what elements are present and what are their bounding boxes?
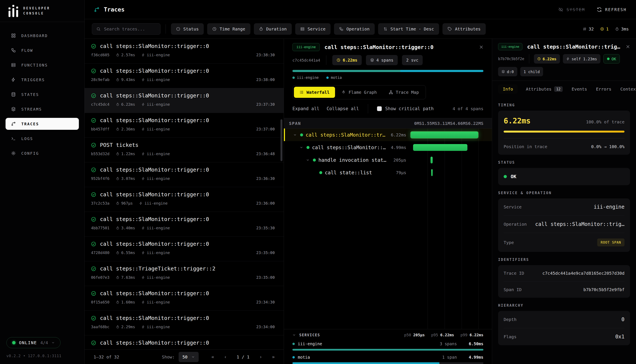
trace-id: f36cd605 bbox=[91, 53, 110, 57]
tab-events[interactable]: Events bbox=[571, 84, 588, 94]
trace-row[interactable]: call steps::TriageTicket::trigger::206fe… bbox=[84, 261, 284, 286]
content: call steps::SlaMonitor::trigger::0f36cd6… bbox=[84, 39, 636, 364]
zap-icon bbox=[142, 325, 145, 328]
tab-trace-map[interactable]: Trace Map bbox=[383, 87, 424, 98]
trace-row[interactable]: call steps::SlaMonitor::trigger::01f18ef… bbox=[84, 336, 284, 350]
sidebar-item-traces[interactable]: TRACES bbox=[6, 118, 79, 130]
filter-duration[interactable]: Duration bbox=[254, 23, 292, 35]
sidebar-item-states[interactable]: STATES bbox=[6, 88, 79, 100]
trace-row[interactable]: call steps::SlaMonitor::trigger::03aaf68… bbox=[84, 311, 284, 336]
tab-waterfall[interactable]: Waterfall bbox=[294, 87, 335, 98]
span-row[interactable]: call state::list79µs bbox=[284, 166, 492, 179]
connection-status-pill[interactable]: ONLINE 4/4 bbox=[6, 337, 60, 348]
percentile-label: p50 bbox=[404, 333, 411, 337]
sort-icon bbox=[383, 27, 388, 31]
status-badge: OK bbox=[604, 54, 620, 64]
span-row[interactable]: handle_invocation stat…205µs bbox=[284, 154, 492, 166]
list-icon bbox=[300, 90, 304, 94]
trace-row[interactable]: call steps::SlaMonitor::trigger::04bb775… bbox=[84, 212, 284, 236]
tab-errors[interactable]: Errors bbox=[595, 84, 612, 94]
sidebar-item-streams[interactable]: STREAMS bbox=[6, 103, 79, 115]
clock-icon bbox=[212, 27, 216, 31]
tab-attributes[interactable]: Attributes12 bbox=[525, 84, 564, 94]
sidebar-item-logs[interactable]: LOGS bbox=[6, 132, 79, 144]
trace-row[interactable]: call steps::SlaMonitor::trigger::037c2c5… bbox=[84, 187, 284, 212]
trace-row[interactable]: POST ticketsb553d32d1.22msiii-engine23:3… bbox=[84, 138, 284, 162]
search-input[interactable] bbox=[104, 26, 156, 32]
tab-context[interactable]: Context bbox=[620, 84, 636, 94]
trace-duration: 9.43ms bbox=[116, 77, 135, 82]
timer-icon bbox=[116, 53, 119, 57]
trace-row[interactable]: call steps::SlaMonitor::trigger::0952bf4… bbox=[84, 162, 284, 187]
percentile-value: 6.22ms bbox=[440, 333, 454, 337]
filter-start-time-desc[interactable]: Start Time · Desc bbox=[378, 23, 439, 35]
trace-service: iii-engine bbox=[142, 275, 170, 280]
filter-status[interactable]: Status bbox=[171, 23, 204, 35]
filter-attributes[interactable]: Attributes bbox=[442, 23, 486, 35]
trace-duration: 3.07ms bbox=[116, 176, 135, 181]
sidebar-item-dashboard[interactable]: DASHBOARD bbox=[6, 30, 79, 42]
tab-info[interactable]: Info bbox=[498, 84, 518, 94]
trace-time: 23:37:30 bbox=[256, 102, 275, 106]
page-title: Traces bbox=[104, 6, 125, 13]
trace-name: call steps::SlaMonitor::trigger::0 bbox=[100, 43, 209, 49]
trace-row[interactable]: call steps::SlaMonitor::trigger::0bb457d… bbox=[84, 113, 284, 138]
chevdown-icon[interactable] bbox=[299, 146, 304, 149]
system-toggle-button[interactable]: SYSTEM bbox=[558, 7, 585, 12]
first-page-button[interactable]: « bbox=[212, 354, 214, 360]
chevdown-icon[interactable] bbox=[305, 158, 310, 162]
timer-icon bbox=[116, 152, 119, 156]
tab-label: Context bbox=[620, 86, 636, 92]
chevron-down-icon[interactable] bbox=[292, 333, 296, 337]
service-span-count: 1 span bbox=[442, 355, 457, 360]
trace-row[interactable]: call steps::SlaMonitor::trigger::0c7c45d… bbox=[84, 88, 284, 113]
circle-x-icon bbox=[600, 27, 604, 31]
close-span-icon[interactable] bbox=[626, 44, 630, 49]
last-page-button[interactable]: » bbox=[272, 354, 275, 360]
sidebar-item-flow[interactable]: FLOW bbox=[6, 44, 79, 56]
span-bar[interactable] bbox=[431, 169, 433, 176]
filter-service[interactable]: Service bbox=[295, 23, 330, 35]
filter-bar: StatusTime RangeDurationServiceOperation… bbox=[84, 19, 636, 39]
span-bar[interactable] bbox=[413, 144, 468, 151]
page-size-select[interactable]: 50 bbox=[178, 352, 199, 362]
page-indicator: 1 / 1 bbox=[236, 354, 249, 360]
critical-path-checkbox[interactable] bbox=[377, 106, 382, 111]
span-row[interactable]: call steps::SlaMonitor::…4.99ms bbox=[284, 141, 492, 154]
search-box[interactable] bbox=[92, 23, 160, 35]
trace-id-value: c7c45dc441a4e9ca7d8165ec2057d30d bbox=[542, 271, 624, 276]
span-bar[interactable] bbox=[430, 157, 433, 164]
sidebar-item-label: CONFIG bbox=[21, 151, 39, 156]
span-bar[interactable] bbox=[410, 132, 478, 138]
sidebar-item-functions[interactable]: FUNCTIONS bbox=[6, 59, 79, 71]
sidebar-item-config[interactable]: CONFIG bbox=[6, 147, 79, 159]
chevdown-icon[interactable] bbox=[292, 133, 298, 136]
sidebar-item-label: STREAMS bbox=[21, 107, 42, 112]
next-page-button[interactable]: › bbox=[260, 354, 262, 360]
filter-label: Attributes bbox=[455, 26, 480, 32]
sidebar-item-triggers[interactable]: TRIGGERS bbox=[6, 74, 79, 86]
trace-service: iii-engine bbox=[142, 250, 170, 255]
trace-row[interactable]: call steps::SlaMonitor::trigger::028c9ef… bbox=[84, 64, 284, 88]
trace-row[interactable]: call steps::SlaMonitor::trigger::04728d4… bbox=[84, 236, 284, 261]
span-row[interactable]: call steps::SlaMonitor::tr…6.22ms bbox=[284, 128, 492, 141]
tab-flame-graph[interactable]: Flame Graph bbox=[336, 87, 382, 98]
filter-time-range[interactable]: Time Range bbox=[207, 23, 250, 35]
timing-percent: 100.0% of trace bbox=[586, 119, 624, 124]
filter-label: Start Time · Desc bbox=[390, 26, 434, 32]
close-trace-icon[interactable] bbox=[479, 45, 484, 49]
tab-label: Waterfall bbox=[306, 90, 330, 95]
filter-operation[interactable]: Operation bbox=[334, 23, 374, 35]
trace-row[interactable]: call steps::SlaMonitor::trigger::00f15a6… bbox=[84, 286, 284, 311]
trace-row[interactable]: call steps::SlaMonitor::trigger::0f36cd6… bbox=[84, 39, 284, 64]
services-title: SERVICES bbox=[299, 333, 320, 337]
zap-icon bbox=[142, 276, 145, 279]
refresh-button[interactable]: REFRESH bbox=[597, 7, 626, 12]
list-scrollbar[interactable] bbox=[280, 119, 282, 161]
zap-icon bbox=[142, 53, 145, 57]
service-dot bbox=[292, 356, 295, 358]
duration-badge: 6.22ms bbox=[534, 54, 560, 64]
prev-page-button[interactable]: ‹ bbox=[224, 354, 227, 360]
collapse-all-button[interactable]: Collapse all bbox=[326, 106, 359, 111]
expand-all-button[interactable]: Expand all bbox=[292, 106, 319, 111]
